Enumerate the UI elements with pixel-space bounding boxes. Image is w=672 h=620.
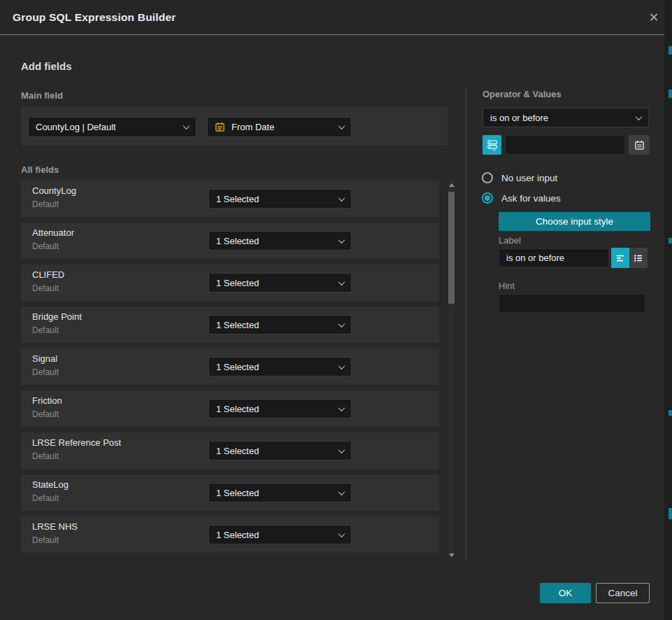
chevron-down-icon <box>338 320 345 327</box>
field-selection-value: 1 Selected <box>216 194 259 204</box>
field-sublabel: Default <box>32 283 59 293</box>
field-selection-dropdown[interactable]: 1 Selected <box>208 441 352 460</box>
layer-dropdown-value: CountyLog | Default <box>36 122 116 132</box>
field-name: CLIFED <box>32 269 64 280</box>
field-selection-value: 1 Selected <box>216 278 259 288</box>
scroll-down-icon[interactable] <box>449 554 455 557</box>
field-selection-dropdown[interactable]: 1 Selected <box>208 483 352 502</box>
field-sublabel: Default <box>32 535 59 545</box>
field-selection-dropdown[interactable]: 1 Selected <box>208 231 352 251</box>
main-field-dropdown-value: From Date <box>231 122 274 132</box>
chevron-down-icon <box>338 279 345 286</box>
field-sublabel: Default <box>32 451 59 461</box>
cancel-button[interactable]: Cancel <box>596 583 650 603</box>
ok-button[interactable]: OK <box>540 583 591 603</box>
field-selection-value: 1 Selected <box>216 446 259 456</box>
field-name: Bridge Point <box>32 311 82 322</box>
main-field-label: Main field <box>21 90 63 101</box>
field-row-bridge-point: Bridge Point Default 1 Selected <box>21 307 439 343</box>
chevron-down-icon <box>338 362 345 369</box>
field-name: CountyLog <box>32 185 76 196</box>
background-accent-fragment <box>669 410 672 416</box>
add-fields-heading: Add fields <box>21 60 72 72</box>
field-selection-dropdown[interactable]: 1 Selected <box>208 357 352 376</box>
title-bar: Group SQL Expression Builder ✕ <box>0 0 664 35</box>
field-selection-value: 1 Selected <box>216 404 259 414</box>
radio-ask-for-values[interactable]: Ask for values <box>482 192 561 204</box>
field-row-lrse-reference-post: LRSE Reference Post Default 1 Selected <box>21 432 439 469</box>
background-accent-fragment <box>669 46 672 55</box>
radio-ask-for-values-label: Ask for values <box>501 193 561 204</box>
scrollbar-thumb[interactable] <box>448 192 455 304</box>
input-type-button[interactable] <box>482 135 501 155</box>
field-name: Friction <box>32 395 62 406</box>
scrollbar <box>448 181 455 560</box>
chevron-down-icon <box>338 195 345 202</box>
chevron-down-icon <box>338 446 345 453</box>
field-sublabel: Default <box>32 241 59 251</box>
chevron-down-icon <box>338 530 345 537</box>
field-selection-dropdown[interactable]: 1 Selected <box>208 189 352 209</box>
background-accent-fragment <box>669 90 672 98</box>
chevron-down-icon <box>636 113 643 120</box>
operator-values-heading: Operator & Values <box>482 89 562 99</box>
scroll-up-icon[interactable] <box>449 183 455 187</box>
label-caption: Label <box>499 235 521 246</box>
field-selection-value: 1 Selected <box>216 488 259 498</box>
close-icon[interactable]: ✕ <box>645 8 663 27</box>
field-sublabel: Default <box>32 367 59 377</box>
align-left-icon <box>615 253 626 264</box>
field-row-attenuator: Attenuator Default 1 Selected <box>21 223 439 259</box>
field-row-statelog: StateLog Default 1 Selected <box>21 474 439 511</box>
all-fields-list: CountyLog Default 1 Selected Attenuator … <box>21 181 439 553</box>
choose-input-style-button[interactable]: Choose input style <box>499 212 650 231</box>
chevron-down-icon <box>338 237 345 244</box>
radio-circle-selected-icon <box>482 192 493 204</box>
radio-no-user-input[interactable]: No user input <box>482 172 557 183</box>
panel-divider <box>466 87 466 560</box>
field-sublabel: Default <box>32 325 59 335</box>
single-value-style-button[interactable] <box>611 248 629 268</box>
label-input[interactable]: is on or before <box>499 248 609 267</box>
field-row-signal: Signal Default 1 Selected <box>21 348 439 385</box>
field-name: LRSE NHS <box>32 521 78 532</box>
radio-circle-icon <box>482 172 493 183</box>
calendar-icon <box>634 140 645 150</box>
date-picker-button[interactable] <box>629 135 650 155</box>
chevron-down-icon <box>183 122 190 129</box>
layer-dropdown[interactable]: CountyLog | Default <box>28 117 196 137</box>
all-fields-label: All fields <box>21 164 59 175</box>
field-selection-dropdown[interactable]: 1 Selected <box>208 315 352 334</box>
field-selection-value: 1 Selected <box>216 530 259 540</box>
field-selection-dropdown[interactable]: 1 Selected <box>208 399 352 418</box>
field-selection-value: 1 Selected <box>216 236 259 246</box>
dialog-title: Group SQL Expression Builder <box>13 0 176 35</box>
field-row-lrse-nhs: LRSE NHS Default 1 Selected <box>21 516 439 553</box>
field-selection-dropdown[interactable]: 1 Selected <box>208 525 352 544</box>
field-name: StateLog <box>32 479 69 490</box>
field-name: Attenuator <box>32 227 74 238</box>
list-style-button[interactable] <box>629 248 648 268</box>
field-row-friction: Friction Default 1 Selected <box>21 390 439 427</box>
radio-no-user-input-label: No user input <box>501 173 557 183</box>
main-field-box: CountyLog | Default From Date <box>21 106 448 146</box>
hint-input[interactable] <box>499 294 645 313</box>
field-name: LRSE Reference Post <box>32 437 121 448</box>
field-name: Signal <box>32 353 57 364</box>
date-value-input[interactable] <box>505 135 625 155</box>
chevron-down-icon <box>338 488 345 495</box>
chevron-down-icon <box>338 122 345 129</box>
field-selection-value: 1 Selected <box>216 362 259 372</box>
field-selection-dropdown[interactable]: 1 Selected <box>208 273 352 293</box>
field-row-clifed: CLIFED Default 1 Selected <box>21 265 439 301</box>
operator-dropdown[interactable]: is on or before <box>482 108 649 127</box>
background-app-strip <box>664 0 672 620</box>
field-row-countylog: CountyLog Default 1 Selected <box>21 181 439 217</box>
field-selection-value: 1 Selected <box>216 320 259 330</box>
hint-caption: Hint <box>499 281 515 291</box>
background-accent-fragment <box>669 508 672 519</box>
field-sublabel: Default <box>32 493 59 503</box>
field-sublabel: Default <box>32 409 59 419</box>
main-field-dropdown[interactable]: From Date <box>207 117 352 137</box>
input-type-icon <box>487 139 498 151</box>
